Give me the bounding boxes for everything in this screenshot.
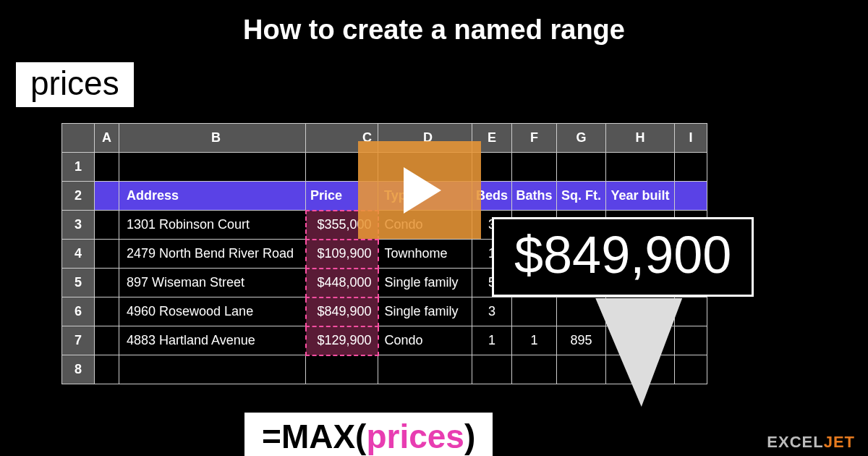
cell[interactable]	[675, 153, 707, 182]
row-header[interactable]: 4	[62, 240, 95, 269]
cell[interactable]	[95, 269, 119, 297]
cell[interactable]	[512, 153, 557, 182]
cell-price[interactable]: $109,900	[306, 240, 378, 269]
cell[interactable]	[119, 355, 306, 384]
result-callout: $849,900	[492, 217, 754, 297]
row-header[interactable]: 8	[62, 355, 95, 384]
name-box-range[interactable]: prices	[16, 62, 134, 107]
cell-type[interactable]: Condo	[378, 326, 472, 355]
logo-part-b: JET	[824, 433, 855, 451]
row-header[interactable]: 6	[62, 297, 95, 326]
row-header[interactable]: 1	[62, 153, 95, 182]
formula-function: MAX(	[281, 418, 367, 455]
cell[interactable]	[606, 153, 675, 182]
cell-beds[interactable]: 1	[472, 326, 512, 355]
cell-baths[interactable]	[512, 297, 557, 326]
cell[interactable]	[95, 297, 119, 326]
callout-pointer-icon	[576, 298, 682, 407]
col-header-i[interactable]: I	[675, 124, 707, 153]
formula-prefix: =	[262, 418, 281, 455]
cell[interactable]	[95, 355, 119, 384]
cell[interactable]	[119, 153, 306, 182]
cell[interactable]	[557, 153, 606, 182]
cell-price[interactable]: $849,900	[306, 297, 378, 326]
cell-type[interactable]: Single family	[378, 297, 472, 326]
cell[interactable]	[95, 240, 119, 269]
svg-marker-0	[404, 167, 441, 214]
cell-price[interactable]: $129,900	[306, 326, 378, 355]
logo-part-a: EXCEL	[767, 433, 823, 451]
cell[interactable]	[512, 355, 557, 384]
cell[interactable]	[472, 355, 512, 384]
brand-logo: EXCELJET	[767, 433, 855, 452]
row-header[interactable]: 5	[62, 269, 95, 297]
formula-suffix: )	[464, 418, 475, 455]
cell-address[interactable]: 2479 North Bend River Road	[119, 240, 306, 269]
row-header[interactable]: 2	[62, 182, 95, 211]
cell-address[interactable]: 897 Wiseman Street	[119, 269, 306, 297]
cell[interactable]	[95, 182, 119, 211]
row-header[interactable]: 7	[62, 326, 95, 355]
col-header-h[interactable]: H	[606, 124, 675, 153]
cell[interactable]	[675, 355, 707, 384]
formula-arg: prices	[366, 418, 464, 455]
play-button[interactable]	[358, 141, 481, 239]
hdr-sqft[interactable]: Sq. Ft.	[557, 182, 606, 211]
cell-baths[interactable]: 1	[512, 326, 557, 355]
col-header-f[interactable]: F	[512, 124, 557, 153]
cell-type[interactable]: Townhome	[378, 240, 472, 269]
col-header-a[interactable]: A	[95, 124, 119, 153]
page-title: How to create a named range	[0, 14, 868, 46]
cell[interactable]	[95, 211, 119, 240]
cell-type[interactable]: Single family	[378, 269, 472, 297]
cell-address[interactable]: 1301 Robinson Court	[119, 211, 306, 240]
cell-address[interactable]: 4960 Rosewood Lane	[119, 297, 306, 326]
cell-price[interactable]: $448,000	[306, 269, 378, 297]
corner-cell[interactable]	[62, 124, 95, 153]
col-header-g[interactable]: G	[557, 124, 606, 153]
play-icon	[391, 161, 448, 219]
cell[interactable]	[306, 355, 378, 384]
hdr-year[interactable]: Year built	[606, 182, 675, 211]
cell-beds[interactable]: 3	[472, 297, 512, 326]
cell-address[interactable]: 4883 Hartland Avenue	[119, 326, 306, 355]
cell[interactable]	[675, 326, 707, 355]
cell[interactable]	[95, 326, 119, 355]
row-header[interactable]: 3	[62, 211, 95, 240]
hdr-baths[interactable]: Baths	[512, 182, 557, 211]
col-header-b[interactable]: B	[119, 124, 306, 153]
formula-display: =MAX(prices)	[244, 413, 493, 456]
hdr-address[interactable]: Address	[119, 182, 306, 211]
cell[interactable]	[378, 355, 472, 384]
cell[interactable]	[95, 153, 119, 182]
cell[interactable]	[675, 182, 707, 211]
